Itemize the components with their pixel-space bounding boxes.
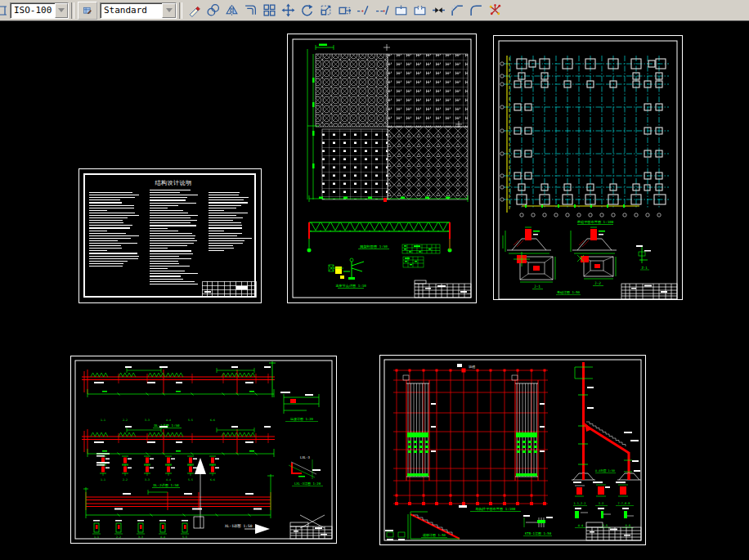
column-elevation[interactable] [572,362,641,480]
svg-text:6-6: 6-6 [210,419,215,422]
move-icon [281,3,295,17]
svg-text:5-5: 5-5 [188,478,193,482]
notes-text-column [89,192,139,267]
beam-1-section-labels: 1-12-23-34-45-56-6 [101,419,215,422]
column-section-detail[interactable] [636,245,651,263]
crane-beam-3[interactable] [83,458,274,528]
lxl-label: LXL-3 [300,455,311,459]
plan-label: 基础平面布置图 1:100 [577,220,614,224]
move-button[interactable] [279,2,298,20]
spaceframe-grid[interactable] [316,44,468,199]
fillet-icon [469,3,483,17]
plan-label-mark [459,505,467,508]
break-at-point-button[interactable] [392,2,410,20]
footing-section-2[interactable] [571,227,617,253]
crane-beam-2[interactable] [82,426,275,457]
revision-cross [300,515,325,528]
break-icon [413,3,427,17]
cad-window: ISO-100 Standard [0,0,749,560]
trim-button[interactable] [354,2,373,20]
section-details[interactable]: 1-1,2-2 3-3 7-7,8-8 4-4 5-5 6-6 [573,482,634,528]
title-block[interactable] [415,280,471,298]
text-style-select[interactable]: Standard [100,2,177,19]
text-style-icon [83,4,92,17]
sheet-crane-beam-details[interactable]: 1-12-23-34-45-56-6 DL-1详图 1:50 1-12-23-3… [70,355,338,544]
svg-text:7-7,8-8: 7-7,8-8 [618,502,630,505]
title-block[interactable] [621,284,677,299]
sheet-spaceframe-plan[interactable]: 网架剖面图 1:50 支座节点详图 1:10 [286,33,478,304]
scale-button[interactable] [316,2,335,20]
rotate-icon [300,3,314,17]
text-style-value: Standard [101,5,162,16]
beam-3-section-labels: 1-12-23-34-45-5 [94,535,187,539]
sheet-column-foundation-plan[interactable]: 基础平面布置图 1:100 [492,34,684,301]
text-style-dropdown-button[interactable] [162,3,176,18]
explode-icon [488,3,502,17]
ktb-detail[interactable] [523,515,553,527]
drawing-canvas[interactable]: 结构设计说明 [0,21,749,560]
lattice-column-2[interactable] [512,375,545,481]
svg-text:1-1,2-2: 1-1,2-2 [574,502,586,505]
title-block[interactable] [586,522,641,540]
dim-style-select[interactable]: ISO-100 [10,2,69,19]
notes-title: 结构设计说明 [155,180,192,186]
lxl-detail-label: LXL-3详图 1:20 [294,482,321,486]
sheet-lattice-column-details[interactable]: 说明 格构柱平面布置图 1:100 [379,354,647,546]
stretch-button[interactable] [335,2,354,20]
columns[interactable] [514,59,666,204]
footing-detail-label: 基础详图 1:50 [557,290,581,294]
joint-detail[interactable] [280,392,319,414]
explode-button[interactable] [486,2,505,20]
ktb-label: KTB-1详图 1:50 [525,531,552,535]
mirror-button[interactable] [222,2,241,20]
fillet-button[interactable] [467,2,486,20]
array-button[interactable] [260,2,279,20]
extend-button[interactable] [373,2,392,20]
svg-text:1-1: 1-1 [94,535,99,539]
svg-text:4-4: 4-4 [166,419,171,422]
footing-2-label: J-2 [594,281,601,285]
top-note: 说明 [469,365,475,369]
svg-text:3-3: 3-3 [145,419,150,422]
footing-1-label: J-1 [534,284,540,289]
svg-text:6-6: 6-6 [210,478,215,482]
chevron-down-icon [166,8,173,12]
material-table[interactable] [402,244,440,253]
svg-text:1-1: 1-1 [101,478,105,482]
break-button[interactable] [410,2,429,20]
svg-text:5-5: 5-5 [603,524,608,527]
footing-section-1[interactable] [503,227,551,253]
node-detail-label: 支座节点详图 1:10 [335,284,366,288]
footing-plan-2[interactable] [577,255,616,279]
sheet-structural-notes[interactable]: 结构设计说明 [78,168,262,304]
material-table-2[interactable] [403,257,424,267]
elevation-label: A-A剖面 1:50 [595,468,615,473]
svg-text:5-5: 5-5 [188,419,193,422]
break-at-point-icon [394,3,408,17]
rotate-button[interactable] [298,2,316,20]
svg-text:2-2: 2-2 [123,419,128,422]
svg-text:2-2: 2-2 [123,478,128,482]
beam-3-sections[interactable] [92,520,189,534]
footing-plan-1[interactable] [514,252,555,282]
stretch-icon [338,3,352,17]
svg-text:3-3: 3-3 [145,478,150,482]
title-block[interactable] [202,281,256,297]
title-block[interactable] [290,522,332,539]
extend-icon [375,3,389,17]
svg-text:4-4: 4-4 [166,478,171,482]
xl-detail-callout[interactable]: XL-1详图 1:50 [225,524,270,534]
erase-button[interactable] [185,2,204,20]
chamfer-button[interactable] [448,2,467,20]
text-style-button[interactable] [78,2,97,20]
offset-button[interactable] [241,2,260,20]
bearing-node-detail[interactable] [329,258,364,280]
dim-style-dropdown-button[interactable] [55,3,68,18]
lattice-column-1[interactable] [403,375,436,481]
array-icon [262,3,276,17]
copy-button[interactable] [204,2,222,20]
join-button[interactable] [429,2,448,20]
notes-text-column [209,192,252,251]
crane-beam-1[interactable] [82,361,276,397]
lxl-detail[interactable]: LXL-3 [289,455,321,479]
